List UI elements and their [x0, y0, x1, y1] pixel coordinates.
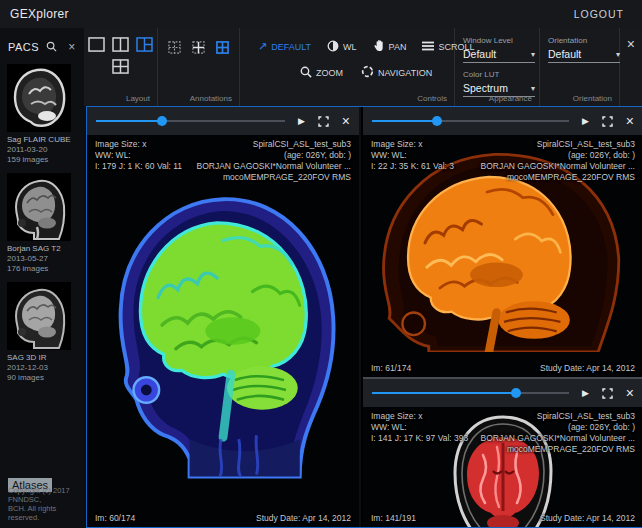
- viewport-container: ▶ × Image Size: x WW: WL: I: 179 J: 1 K:…: [86, 106, 642, 528]
- mri-image-spectrum: [107, 179, 343, 479]
- controls-section-label: Controls: [417, 94, 447, 103]
- pacs-close-icon[interactable]: ×: [68, 40, 75, 54]
- mri-thumbnail-image: [7, 64, 71, 132]
- controls-section: ↗ DEFAULT WL PAN SCROLL: [240, 28, 455, 106]
- layout-grid-icon[interactable]: [112, 60, 129, 77]
- orientation-section-label: Orientation: [573, 94, 612, 103]
- viewport-header: ▶ ×: [363, 379, 642, 407]
- series-count: 176 images: [7, 264, 84, 274]
- logout-button[interactable]: LOGOUT: [574, 8, 624, 20]
- chevron-down-icon: ▾: [616, 50, 620, 59]
- copyright-text: Copyright (c) 2017 FNNDSC, BCH. All righ…: [8, 486, 82, 522]
- viewport-canvas[interactable]: Image Size: x WW: WL: I: 22 J: 35 K: 61 …: [363, 135, 642, 377]
- annotations-off-icon[interactable]: [168, 40, 181, 58]
- viewport-canvas[interactable]: Image Size: x WW: WL: I: 141 J: 17 K: 97…: [363, 407, 642, 527]
- gexplorer-app: GEXplorer LOGOUT PACS × Sag FLAIR CUBE 2…: [0, 0, 642, 528]
- search-icon[interactable]: [46, 38, 57, 56]
- default-tool-button[interactable]: ↗ DEFAULT: [258, 41, 311, 52]
- chevron-down-icon: ▾: [531, 50, 535, 59]
- layout-two-pane-icon[interactable]: [112, 37, 129, 56]
- viewport-main: ▶ × Image Size: x WW: WL: I: 179 J: 1 K:…: [87, 107, 361, 527]
- annotations-section-label: Annotations: [190, 94, 232, 103]
- overlay-top-right: SpiralCSI_ASL_test_sub3 (age: 026Y, dob:…: [197, 139, 351, 183]
- overlay-study-date: Study Date: Apr 14, 2012: [540, 513, 635, 524]
- hand-icon: [373, 39, 385, 54]
- overlay-image-number: Im: 60/174: [95, 513, 135, 524]
- top-bar: GEXplorer LOGOUT: [0, 0, 642, 28]
- play-icon[interactable]: ▶: [582, 116, 589, 126]
- pacs-sidebar: PACS × Sag FLAIR CUBE 2011-03-20 159 ima…: [0, 28, 84, 528]
- window-level-label: Window Level: [463, 36, 535, 45]
- wl-half-circle-icon: [327, 40, 339, 54]
- slider-knob[interactable]: [157, 116, 167, 126]
- close-icon[interactable]: ×: [626, 113, 634, 129]
- overlay-top-left: Image Size: x WW: WL: I: 22 J: 35 K: 61 …: [371, 139, 454, 172]
- window-level-select[interactable]: Default ▾: [463, 48, 535, 63]
- series-thumbnail[interactable]: Sag FLAIR CUBE 2011-03-20 159 images: [0, 62, 84, 171]
- arrow-up-right-icon: ↗: [258, 41, 267, 52]
- layout-one-plus-two-icon[interactable]: [136, 37, 153, 56]
- orientation-section: Orientation Default ▾ Orientation: [540, 28, 620, 106]
- series-date: 2013-05-27: [7, 254, 84, 264]
- pacs-header: PACS ×: [0, 28, 84, 62]
- orientation-select[interactable]: Default ▾: [548, 48, 620, 63]
- viewport-header: ▶ ×: [363, 107, 642, 135]
- pan-tool-button[interactable]: PAN: [373, 39, 407, 54]
- series-thumbnail[interactable]: Borjan SAG T2 2013-05-27 176 images: [0, 171, 84, 280]
- series-name: Borjan SAG T2: [7, 244, 84, 254]
- orientation-label: Orientation: [548, 36, 620, 45]
- close-icon[interactable]: ×: [342, 113, 350, 129]
- annotations-full-icon[interactable]: [216, 40, 229, 58]
- mri-thumbnail-image: [7, 282, 71, 350]
- appearance-section: Window Level Default ▾ Color LUT Spectru…: [455, 28, 540, 106]
- series-name: Sag FLAIR CUBE: [7, 135, 84, 145]
- play-icon[interactable]: ▶: [298, 116, 305, 126]
- overlay-top-left: Image Size: x WW: WL: I: 179 J: 1 K: 60 …: [95, 139, 182, 172]
- viewport-bottom-right: ▶ × Image Size: x WW: WL: I: 141 J: 17 K…: [363, 379, 642, 527]
- fullscreen-icon[interactable]: [318, 116, 329, 127]
- slider-knob[interactable]: [511, 388, 521, 398]
- toolbar: Layout Annotations ↗ DEFAULT WL: [84, 28, 642, 106]
- play-icon[interactable]: ▶: [582, 388, 589, 398]
- zoom-tool-button[interactable]: ZOOM: [300, 66, 343, 80]
- annotations-partial-icon[interactable]: [192, 40, 205, 58]
- mri-thumbnail-image: [7, 173, 71, 241]
- overlay-image-number: Im: 61/174: [371, 363, 411, 374]
- series-date: 2012-12-03: [7, 363, 84, 373]
- series-count: 90 images: [7, 373, 84, 383]
- magnifier-icon: [300, 66, 312, 80]
- series-date: 2011-03-20: [7, 145, 84, 155]
- slice-slider[interactable]: [372, 116, 569, 126]
- overlay-study-date: Study Date: Apr 14, 2012: [540, 363, 635, 374]
- series-count: 159 images: [7, 155, 84, 165]
- layout-single-icon[interactable]: [88, 37, 105, 56]
- toolbar-close-icon[interactable]: ×: [627, 36, 635, 52]
- fullscreen-icon[interactable]: [602, 388, 613, 399]
- close-icon[interactable]: ×: [626, 385, 634, 401]
- viewport-canvas[interactable]: Image Size: x WW: WL: I: 179 J: 1 K: 60 …: [87, 135, 359, 527]
- series-name: SAG 3D IR: [7, 353, 84, 363]
- fullscreen-icon[interactable]: [602, 116, 613, 127]
- overlay-image-number: Im: 141/191: [371, 513, 416, 524]
- navigation-circle-icon: [361, 65, 374, 80]
- series-thumbnail[interactable]: SAG 3D IR 2012-12-03 90 images: [0, 280, 84, 389]
- overlay-study-date: Study Date: Apr 14, 2012: [256, 513, 351, 524]
- overlay-top-right: SpiralCSI_ASL_test_sub3 (age: 026Y, dob:…: [481, 411, 635, 455]
- viewport-top-right: ▶ × Image Size: x WW: WL: I: 22 J: 35 K:…: [363, 107, 642, 377]
- annotations-section: Annotations: [158, 28, 240, 106]
- color-lut-label: Color LUT: [463, 70, 535, 79]
- chevron-down-icon: ▾: [531, 84, 535, 93]
- overlay-top-left: Image Size: x WW: WL: I: 141 J: 17 K: 97…: [371, 411, 468, 444]
- slider-knob[interactable]: [432, 116, 442, 126]
- scroll-lines-icon: [422, 41, 434, 53]
- layout-section: Layout: [84, 28, 158, 106]
- navigation-tool-button[interactable]: NAVIGATION: [361, 65, 432, 80]
- slice-slider[interactable]: [96, 116, 285, 126]
- overlay-top-right: SpiralCSI_ASL_test_sub3 (age: 026Y, dob:…: [481, 139, 635, 183]
- slice-slider[interactable]: [372, 388, 569, 398]
- window-level-tool-button[interactable]: WL: [327, 40, 357, 54]
- appearance-section-label: Appearance: [489, 94, 532, 103]
- viewport-header: ▶ ×: [87, 107, 359, 135]
- layout-section-label: Layout: [126, 94, 150, 103]
- pacs-title: PACS: [8, 41, 39, 53]
